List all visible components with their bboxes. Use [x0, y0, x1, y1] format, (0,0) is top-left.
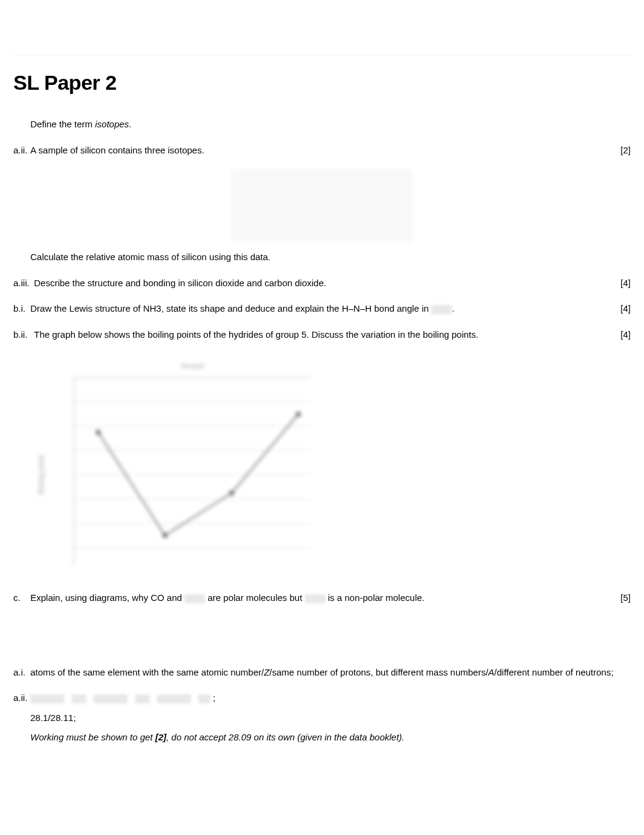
blur-placeholder [305, 594, 326, 603]
q-a-i-post: . [129, 119, 132, 129]
ans-a-ii-note-b: [2] [155, 732, 166, 742]
ans-a-i-e: /different number of neutrons; [494, 667, 614, 677]
q-text-c-a: Explain, using diagrams, why CO and [30, 592, 184, 603]
hydride-boiling-chart: Period Boiling point [25, 354, 317, 584]
q-text-c-wrap: Explain, using diagrams, why CO and are … [30, 591, 614, 605]
q-label-c: c. [13, 591, 30, 605]
answer-a-i: a.i. atoms of the same element with the … [13, 666, 631, 680]
blur-placeholder [431, 305, 452, 314]
q-label-a-ii: a.ii. [13, 144, 30, 158]
page-title: SL Paper 2 [13, 67, 631, 98]
ans-a-i-c: /same number of protons, but different m… [269, 667, 488, 677]
ans-a-i-b: Z [264, 667, 269, 677]
question-b-ii: b.ii. The graph below shows the boiling … [13, 328, 631, 342]
ans-text-a-i-wrap: atoms of the same element with the same … [30, 666, 631, 680]
ans-a-i-d: A [488, 667, 494, 677]
q-text-a-ii: A sample of silicon contains three isoto… [30, 144, 614, 158]
q-label-b-i: b.i. [13, 302, 30, 316]
q-label-a-iii: a.iii. [13, 277, 34, 290]
question-b-i: b.i. Draw the Lewis structure of NH3, st… [13, 302, 631, 316]
svg-point-9 [96, 430, 101, 435]
svg-point-12 [296, 412, 301, 417]
question-a-iii: a.iii. Describe the structure and bondin… [13, 277, 631, 290]
blur-placeholder [72, 694, 86, 703]
top-divider [13, 55, 631, 55]
isotope-table-placeholder [231, 169, 413, 242]
question-a-i: Define the term isotopes. [30, 118, 606, 132]
q-marks-b-ii: [4] [614, 328, 631, 342]
blur-placeholder [198, 694, 210, 703]
q-text-b-i-a: Draw the Lewis structure of NH3, state i… [30, 303, 431, 314]
q-marks-a-ii: [2] [614, 144, 631, 158]
q-marks-b-i: [4] [614, 302, 631, 316]
ans-label-a-i: a.i. [13, 666, 30, 680]
blur-placeholder [184, 594, 205, 603]
ans-a-ii-result: 28.1/28.11; [30, 711, 606, 725]
q-text-b-ii: The graph below shows the boiling points… [34, 328, 614, 342]
ans-a-i-a: atoms of the same element with the same … [30, 667, 264, 677]
ans-label-a-ii: a.ii. [13, 691, 30, 705]
ans-a-ii-note-c: , do not accept 28.09 on its own (given … [166, 732, 404, 742]
q-text-c-c: is a non-polar molecule. [326, 592, 424, 603]
svg-text:Boiling point: Boiling point [37, 455, 45, 495]
blur-placeholder [30, 694, 64, 703]
q-a-ii-followup: Calculate the relative atomic mass of si… [30, 250, 606, 264]
q-text-c-b: are polar molecules but [205, 592, 304, 603]
semicolon: ; [213, 692, 215, 703]
svg-text:Period: Period [181, 361, 204, 371]
q-label-b-ii: b.ii. [13, 328, 34, 342]
ans-a-ii-note-a: Working must be shown to get [30, 732, 155, 742]
question-c: c. Explain, using diagrams, why CO and a… [13, 591, 631, 605]
q-text-b-i-wrap: Draw the Lewis structure of NH3, state i… [30, 302, 614, 316]
ans-a-ii-working: ; [30, 691, 631, 705]
blur-placeholder [93, 694, 127, 703]
q-a-i-pre: Define the term [30, 119, 95, 129]
blur-placeholder [157, 694, 191, 703]
blur-placeholder [135, 694, 150, 703]
q-text-b-i-b: . [452, 303, 454, 314]
svg-point-11 [229, 491, 234, 495]
q-text-a-iii: Describe the structure and bonding in si… [34, 277, 614, 290]
q-marks-c: [5] [614, 591, 631, 605]
q-marks-a-iii: [4] [614, 277, 631, 290]
svg-point-10 [163, 533, 167, 538]
question-a-ii: a.ii. A sample of silicon contains three… [13, 144, 631, 158]
ans-a-ii-note: Working must be shown to get [2], do not… [30, 731, 606, 745]
q-a-i-term: isotopes [95, 119, 129, 129]
answer-a-ii: a.ii. ; [13, 691, 631, 705]
